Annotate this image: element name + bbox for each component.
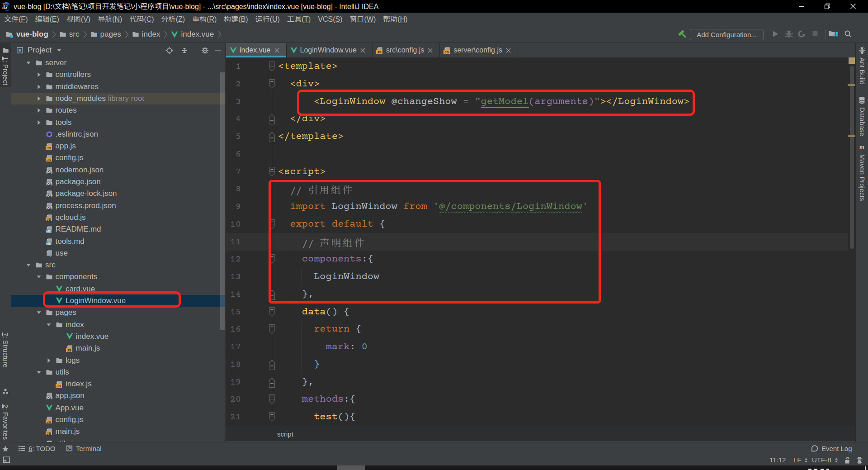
fold-marker-start-icon[interactable] — [268, 411, 276, 423]
run-icon[interactable] — [771, 30, 779, 38]
tree-item-node-modules[interactable]: node_modules library root — [11, 93, 225, 104]
editor-tab-index-vue[interactable]: index.vue — [226, 43, 287, 57]
status-encoding[interactable]: UTF-8 — [812, 454, 831, 466]
build-hammer-icon[interactable] — [677, 29, 688, 40]
tab-close-icon[interactable] — [360, 47, 366, 53]
run-configuration-button[interactable]: Add Configuration... — [690, 29, 764, 40]
tree-item-index-vue[interactable]: index.vue — [11, 331, 225, 342]
tree-expand-arrow-icon[interactable] — [36, 370, 42, 375]
tab-close-icon[interactable] — [274, 47, 280, 53]
tree-expand-arrow-icon[interactable] — [36, 310, 42, 315]
menu-item-f[interactable]: 文件(F) — [0, 13, 31, 26]
fold-marker-end-icon[interactable] — [268, 113, 276, 125]
menu-item-b[interactable]: 构建(B) — [220, 13, 251, 26]
tree-item-app-js[interactable]: JSapp.js — [11, 140, 225, 152]
tool-button-6-todo[interactable]: 6: TODO — [18, 442, 55, 454]
tree-item-package-json[interactable]: {}package.json — [11, 176, 225, 188]
tree-expand-arrow-icon[interactable] — [46, 322, 52, 328]
breadcrumb-index-vue[interactable]: index.vue — [171, 30, 214, 39]
tree-collapse-arrow-icon[interactable] — [36, 72, 42, 77]
tree-item-process-prod-json[interactable]: {}process.prod.json — [11, 200, 225, 212]
tree-item-controllers[interactable]: controllers — [11, 69, 225, 81]
tool-button-terminal[interactable]: Terminal — [66, 442, 102, 454]
gear-icon[interactable] — [201, 47, 209, 54]
breadcrumb-index[interactable]: index — [132, 30, 160, 39]
menu-item-r[interactable]: 重构(R) — [189, 13, 220, 26]
minimize-icon[interactable] — [791, 0, 811, 13]
menu-item-v[interactable]: 视图(V) — [63, 13, 94, 26]
editor-tab-loginwindow-vue[interactable]: LoginWindow.vue — [287, 43, 373, 57]
project-panel-title[interactable]: Project — [28, 43, 52, 57]
tree-item-readme-md[interactable]: MDREADME.md — [11, 223, 225, 235]
tree-item-main-js[interactable]: JSmain.js — [11, 426, 225, 437]
tree-item-src[interactable]: src — [11, 259, 225, 271]
breadcrumb-script[interactable]: script — [277, 427, 293, 441]
menu-item-w[interactable]: 窗口(W) — [346, 13, 380, 26]
tree-collapse-arrow-icon[interactable] — [36, 84, 42, 90]
tree-item--eslintrc-json[interactable]: .eslintrc.json — [11, 128, 225, 140]
breadcrumb-vue-blog[interactable]: vue-blog — [6, 30, 48, 39]
tree-collapse-arrow-icon[interactable] — [36, 108, 42, 113]
menu-item-z[interactable]: 分析(Z) — [158, 13, 189, 26]
tree-item-use[interactable]: ?use — [11, 247, 225, 259]
tree-item-tools-md[interactable]: MDtools.md — [11, 236, 225, 247]
fold-marker-end-icon[interactable] — [268, 359, 276, 371]
menu-item-n[interactable]: 导航(N) — [94, 13, 126, 26]
status-caret-position[interactable]: 11:12 — [769, 454, 786, 466]
coverage-icon[interactable] — [797, 30, 806, 38]
tree-collapse-arrow-icon[interactable] — [46, 358, 52, 363]
tree-item-middlewares[interactable]: middlewares — [11, 81, 225, 93]
tree-item-app-vue[interactable]: App.vue — [11, 402, 225, 414]
tree-item-components[interactable]: components — [11, 271, 225, 283]
tree-expand-arrow-icon[interactable] — [26, 262, 31, 268]
fold-marker-start-icon[interactable] — [268, 394, 276, 406]
locate-file-icon[interactable] — [165, 47, 173, 54]
tree-item-qcloud-js[interactable]: JSqcloud.js — [11, 212, 225, 223]
fold-marker-start-icon[interactable] — [268, 166, 276, 178]
menu-item-u[interactable]: 运行(U) — [252, 13, 283, 26]
tree-item-routes[interactable]: routes — [11, 104, 225, 116]
editor-tab-src-config-js[interactable]: JSsrc\config.js — [373, 43, 440, 57]
editor-tab-server-config-js[interactable]: JSserver\config.js — [440, 43, 518, 57]
tool-button-project[interactable]: 1: Project — [0, 43, 11, 87]
tree-item-server[interactable]: server — [11, 57, 225, 69]
fold-marker-start-icon[interactable] — [268, 61, 276, 73]
debug-icon[interactable] — [784, 30, 793, 38]
tree-collapse-arrow-icon[interactable] — [36, 120, 42, 125]
fold-marker-start-icon[interactable] — [268, 306, 276, 318]
tab-close-icon[interactable] — [427, 47, 433, 53]
fold-marker-end-icon[interactable] — [268, 376, 276, 389]
menu-item-t[interactable]: 工具(T) — [283, 13, 314, 26]
status-line-ending[interactable]: LF — [793, 454, 802, 466]
project-structure-icon[interactable] — [829, 30, 838, 38]
tree-expand-arrow-icon[interactable] — [26, 60, 31, 66]
menu-item-s[interactable]: VCS(S) — [314, 13, 346, 26]
menu-item-c[interactable]: 代码(C) — [126, 13, 157, 26]
tree-item-main-js[interactable]: JSmain.js — [11, 342, 225, 354]
tool-button-event-log[interactable]: Event Log — [811, 442, 852, 454]
fold-marker-start-icon[interactable] — [268, 78, 276, 90]
menu-item-e[interactable]: 编辑(E) — [31, 13, 62, 26]
code-editor[interactable]: 123456789101112131415161718192021 <templ… — [226, 57, 855, 427]
tab-close-icon[interactable] — [505, 47, 511, 53]
tree-item-utils[interactable]: utils — [11, 366, 225, 378]
tree-item-tools[interactable]: tools — [11, 117, 225, 128]
menu-item-h[interactable]: 帮助(H) — [379, 13, 411, 26]
tree-item-package-lock-json[interactable]: {}package-lock.json — [11, 188, 225, 199]
chevron-down-icon[interactable] — [57, 49, 61, 52]
fold-marker-end-icon[interactable] — [268, 131, 276, 143]
tree-item-config-js[interactable]: JSconfig.js — [11, 414, 225, 426]
tree-item-index-js[interactable]: JSindex.js — [11, 378, 225, 390]
lock-icon[interactable] — [844, 456, 851, 464]
tree-collapse-arrow-icon[interactable] — [36, 96, 42, 101]
breadcrumb-src[interactable]: src — [59, 30, 80, 39]
tree-item-app-json[interactable]: {}app.json — [11, 390, 225, 402]
inspection-status-square[interactable] — [849, 57, 855, 64]
tree-item-utils-js[interactable]: JSutils.js — [11, 438, 225, 442]
tree-item-logs[interactable]: logs — [11, 355, 225, 366]
search-everywhere-icon[interactable] — [844, 30, 852, 38]
project-tree-scrollbar[interactable] — [220, 72, 225, 330]
breadcrumb-pages[interactable]: pages — [90, 30, 121, 39]
hide-panel-icon[interactable] — [215, 47, 222, 53]
tree-item-index[interactable]: index — [11, 319, 225, 331]
